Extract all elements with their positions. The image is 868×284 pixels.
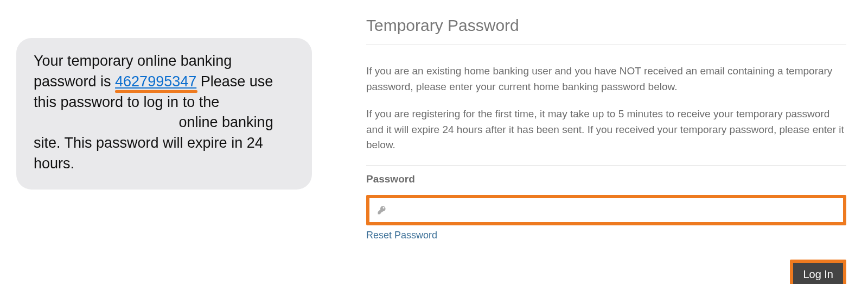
sms-bubble: Your temporary online banking password i… (16, 38, 312, 190)
sms-code-underline-highlight (115, 90, 197, 93)
password-input-highlight-box (366, 195, 846, 225)
sms-panel: Your temporary online banking password i… (16, 16, 331, 268)
divider-top (366, 45, 846, 45)
instruction-paragraph-2: If you are registering for the first tim… (366, 106, 846, 153)
login-button-highlight-box: Log In (790, 260, 846, 285)
temporary-password-form: Temporary Password If you are an existin… (331, 16, 852, 268)
sms-redacted-block (34, 117, 175, 130)
password-label: Password (366, 173, 846, 185)
page-title: Temporary Password (366, 16, 846, 35)
login-button[interactable]: Log In (793, 263, 843, 285)
password-input[interactable] (390, 198, 843, 222)
reset-password-link[interactable]: Reset Password (366, 230, 437, 241)
instruction-paragraph-1: If you are an existing home banking user… (366, 64, 846, 94)
key-icon (377, 205, 387, 215)
button-row: Log In (366, 260, 846, 285)
divider-mid (366, 165, 846, 166)
sms-temp-password-link[interactable]: 4627995347 (115, 73, 196, 90)
